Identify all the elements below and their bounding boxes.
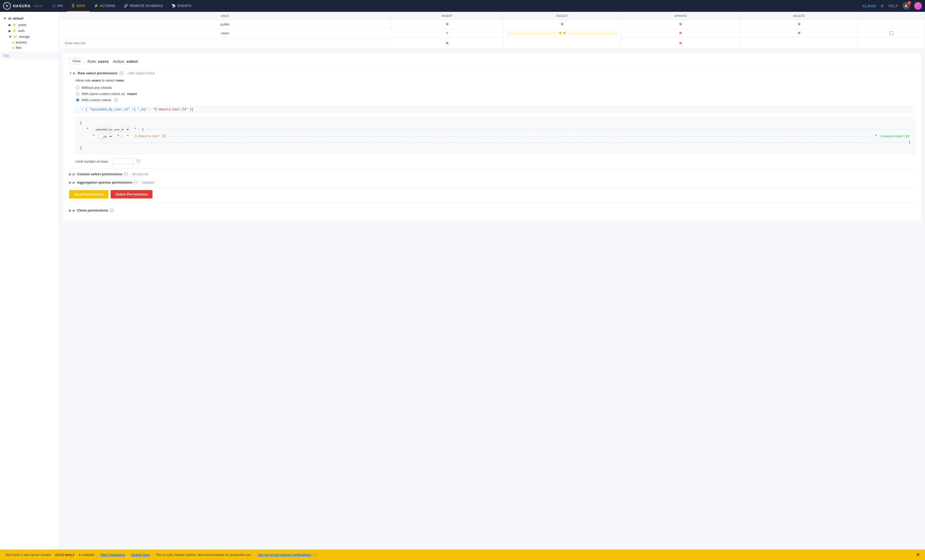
sidebar-item-public[interactable]: ▶ 📁 public — [2, 22, 59, 28]
data-icon: 🗄 — [71, 4, 75, 8]
help-icon-limit[interactable]: ? — [137, 160, 140, 163]
radio-custom-check[interactable]: With custom check: ? — [76, 98, 915, 102]
optout-link[interactable]: Opt out of pre-release notifications — [258, 553, 311, 557]
public-extra — [858, 20, 925, 29]
users-checkbox-cell[interactable] — [858, 29, 925, 38]
help-icon-col[interactable]: ? — [124, 172, 128, 176]
row-select-checkbox[interactable] — [890, 31, 893, 35]
view-changelog-link[interactable]: View Changelog — [100, 553, 125, 557]
banner-text3: This is a pre-release version. Not recom… — [155, 553, 252, 557]
role-public: public — [59, 20, 391, 29]
users-select[interactable]: ▼ ✏ — [503, 29, 621, 38]
column-select-label: Column select permissions — [77, 172, 122, 176]
nav-remote-schemas[interactable]: 🔗 REMOTE SCHEMAS — [119, 0, 167, 12]
auth-label: auth — [18, 29, 24, 33]
help-icon-banner[interactable]: ? — [313, 553, 317, 557]
new-role-update[interactable]: ✕ — [621, 38, 740, 49]
radio-custom-check-input[interactable] — [76, 98, 80, 102]
help-icon-radio[interactable]: ? — [114, 98, 118, 102]
gear-icon[interactable]: ⚙ — [880, 4, 884, 8]
nav-api[interactable]: ⬡ API — [48, 0, 67, 12]
banner-text1: Hey there! A new server version — [5, 553, 51, 557]
cross-icon: ✕ — [679, 41, 682, 45]
sidebar-item-buckets[interactable]: ▤ buckets — [2, 40, 59, 45]
storage-label: storage — [19, 35, 30, 39]
agg-queries-header[interactable]: ▶ ▶ Aggregation queries permissions ? - … — [69, 179, 915, 185]
clone-header[interactable]: ▶ ▶ Clone permissions ? — [69, 207, 113, 214]
radio-same-as-insert[interactable]: With same custom check as insert — [76, 92, 915, 96]
delete-permissions-button[interactable]: Delete Permissions — [111, 190, 152, 199]
notif-icon: 🔔 — [904, 4, 908, 8]
nav-events[interactable]: 📡 EVENTS — [167, 0, 196, 12]
users-delete[interactable]: ✕ — [740, 29, 858, 38]
help-label[interactable]: HELP — [888, 4, 898, 8]
help-icon[interactable]: ? — [119, 71, 123, 75]
code-editor[interactable]: 1 { "uploaded_by_user_id" :{ "_eq" : "X-… — [75, 106, 915, 113]
table-icon: ▤ — [12, 47, 14, 50]
sidebar-item-storage[interactable]: ▼ 📁 storage — [2, 34, 59, 40]
qb-op-select[interactable]: _eq — [99, 134, 113, 139]
enter-role-input[interactable] — [63, 40, 388, 47]
edit-icon[interactable]: ✏ — [563, 31, 566, 35]
sidebar: ▼ 🗃 default ▶ 📁 public ▶ 📁 auth ▼ 📁 stor… — [0, 12, 59, 560]
sidebar-item-default[interactable]: ▼ 🗃 default — [0, 15, 59, 22]
save-permissions-button[interactable]: Save Permissions — [69, 190, 108, 199]
qb-open-brace: { — [80, 121, 82, 125]
qb-colon2: " : " — [115, 134, 133, 138]
new-role-select[interactable] — [503, 38, 621, 49]
radio-no-checks[interactable]: Without any checks — [76, 86, 915, 90]
qb-tag: X-Hasura-User-Id — [879, 134, 910, 138]
events-icon: 📡 — [172, 4, 176, 8]
nav-data[interactable]: 🗄 DATA — [67, 0, 90, 12]
limit-row: Limit number of rows: ? — [75, 158, 915, 164]
help-icon-clone[interactable]: ? — [110, 209, 113, 212]
sidebar-item-files[interactable]: ▤ files — [2, 45, 59, 50]
sidebar-item-sql[interactable]: SQL — [0, 51, 59, 60]
radio-same-as-insert-label: With same custom check as — [81, 92, 125, 96]
public-select[interactable]: ✕ — [503, 20, 621, 29]
nav-actions[interactable]: ⚡ ACTIONS — [90, 0, 120, 12]
table-row: public ✕ ✕ ✕ ✕ — [59, 20, 925, 29]
enter-role-cell[interactable] — [59, 38, 391, 49]
public-delete[interactable]: ✕ — [740, 20, 858, 29]
users-update[interactable]: ✕ — [621, 29, 740, 38]
agg-queries-label: Aggregation queries permissions — [77, 181, 133, 184]
new-role-insert[interactable]: ✕ — [391, 38, 503, 49]
code-line: 1 { "uploaded_by_user_id" :{ "_eq" : "X-… — [76, 107, 915, 113]
users-insert[interactable]: ▼ — [391, 29, 503, 38]
row-select-header[interactable]: ▼ ▶ Row select permissions ? - with cust… — [69, 71, 915, 75]
files-label: files — [16, 46, 21, 50]
public-insert[interactable]: ✕ — [391, 20, 503, 29]
expand-icon2: ▶ ▶ — [69, 181, 75, 184]
code-colon2: : — [149, 108, 151, 111]
limit-input[interactable] — [112, 158, 133, 164]
banner-close-button[interactable]: ✕ — [916, 552, 920, 557]
notification-button[interactable]: 🔔 2 — [902, 2, 910, 10]
help-icon-agg[interactable]: ? — [134, 181, 138, 184]
new-role-delete[interactable] — [740, 38, 858, 49]
close-button[interactable]: Close — [69, 58, 84, 65]
row-checkbox — [861, 31, 922, 35]
radio-same-as-insert-input[interactable] — [76, 92, 80, 96]
qb-field-select[interactable]: uploaded_by_user_id — [92, 127, 130, 132]
new-role-extra — [858, 38, 925, 49]
cross-icon: ✕ — [446, 22, 449, 26]
nav-remote-schemas-label: REMOTE SCHEMAS — [130, 4, 163, 8]
divider4 — [69, 203, 915, 203]
permissions-table-wrap: Role insert select update delete public … — [59, 12, 925, 49]
sidebar-item-auth[interactable]: ▶ 📁 auth — [2, 28, 59, 34]
radio-no-checks-input[interactable] — [76, 86, 80, 89]
column-select-header[interactable]: ▶ ▶ Column select permissions ? - all co… — [69, 171, 915, 177]
panel-header: Close Role: users Action: select — [69, 58, 915, 65]
user-avatar[interactable] — [914, 2, 922, 10]
update-now-link[interactable]: Update Now — [131, 553, 149, 557]
cloud-button[interactable]: CLOUD — [862, 4, 876, 8]
role-label: Role: — [87, 59, 97, 64]
public-update[interactable]: ✕ — [621, 20, 740, 29]
row-select-section: ▼ ▶ Row select permissions ? - with cust… — [69, 71, 915, 164]
divider3 — [69, 188, 915, 188]
col-extra — [858, 12, 925, 20]
code-brace1: { — [85, 108, 87, 111]
code-colon1: :{ — [132, 108, 136, 111]
allow-action: to select — [102, 78, 114, 83]
